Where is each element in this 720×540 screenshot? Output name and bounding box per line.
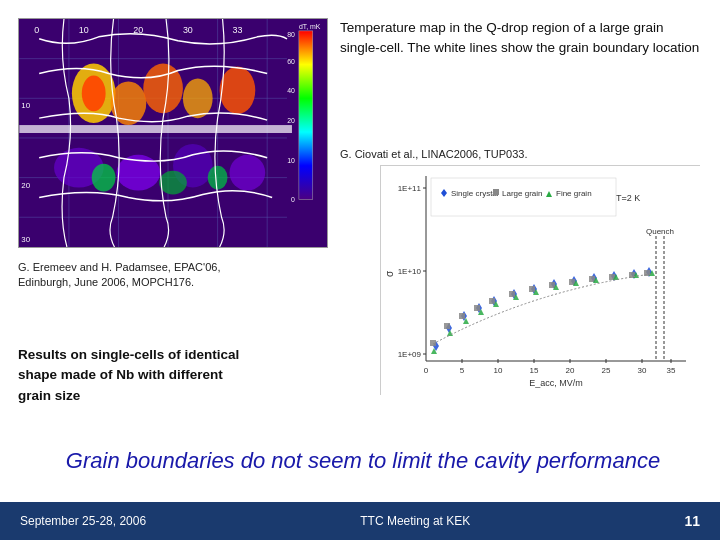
- svg-rect-33: [299, 31, 313, 200]
- svg-rect-81: [444, 323, 450, 329]
- svg-text:35: 35: [667, 366, 676, 375]
- svg-text:60: 60: [287, 58, 295, 65]
- svg-text:30: 30: [183, 25, 193, 35]
- svg-text:40: 40: [287, 87, 295, 94]
- svg-text:25: 25: [602, 366, 611, 375]
- svg-text:0: 0: [34, 25, 39, 35]
- svg-text:30: 30: [21, 235, 30, 244]
- svg-text:Single crystal: Single crystal: [451, 189, 499, 198]
- svg-point-12: [82, 76, 106, 112]
- svg-point-13: [111, 81, 147, 125]
- svg-text:Quench: Quench: [646, 227, 674, 236]
- citation1-line2: Edinburgh, June 2006, MOPCH176.: [18, 275, 220, 290]
- svg-point-15: [183, 78, 213, 118]
- svg-rect-82: [459, 313, 465, 319]
- svg-rect-113: [493, 189, 499, 195]
- footer-left: September 25-28, 2006: [20, 514, 146, 528]
- svg-text:20: 20: [133, 25, 143, 35]
- svg-text:σ: σ: [384, 270, 395, 277]
- svg-text:15: 15: [530, 366, 539, 375]
- citation1-line1: G. Eremeev and H. Padamsee, EPAC'06,: [18, 260, 220, 275]
- svg-text:80: 80: [287, 31, 295, 38]
- svg-text:20: 20: [566, 366, 575, 375]
- footer-page: 11: [684, 513, 700, 529]
- svg-text:Large grain: Large grain: [502, 189, 542, 198]
- svg-rect-80: [430, 340, 436, 346]
- svg-text:33: 33: [232, 25, 242, 35]
- description-content: Temperature map in the Q-drop region of …: [340, 20, 699, 55]
- svg-text:10: 10: [494, 366, 503, 375]
- citation2-text: G. Ciovati et al., LINAC2006, TUP033.: [340, 148, 528, 160]
- footer: September 25-28, 2006 TTC Meeting at KEK…: [0, 502, 720, 540]
- svg-rect-87: [549, 282, 555, 288]
- svg-point-16: [220, 67, 256, 115]
- svg-text:dT, mK: dT, mK: [299, 23, 321, 30]
- svg-text:1E+09: 1E+09: [398, 350, 422, 359]
- svg-rect-85: [509, 291, 515, 297]
- citation-2: G. Ciovati et al., LINAC2006, TUP033.: [340, 148, 528, 160]
- svg-text:5: 5: [460, 366, 465, 375]
- svg-text:Fine grain: Fine grain: [556, 189, 592, 198]
- svg-text:10: 10: [21, 101, 30, 110]
- svg-text:1E+11: 1E+11: [398, 184, 422, 193]
- svg-text:0: 0: [291, 196, 295, 203]
- footer-center: TTC Meeting at KEK: [360, 514, 470, 528]
- svg-text:10: 10: [287, 157, 295, 164]
- svg-text:30: 30: [638, 366, 647, 375]
- svg-text:E_acc, MV/m: E_acc, MV/m: [529, 378, 583, 388]
- temperature-map: 0 10 20 30 33 10 20 30: [18, 18, 328, 248]
- chart-area: 1E+11 1E+10 1E+09 0 5 10 15 20 25 30 35 …: [380, 165, 700, 395]
- svg-text:20: 20: [21, 181, 30, 190]
- svg-text:T=2 K: T=2 K: [616, 193, 640, 203]
- svg-text:10: 10: [79, 25, 89, 35]
- svg-point-20: [230, 155, 266, 191]
- citation-1: G. Eremeev and H. Padamsee, EPAC'06, Edi…: [18, 260, 220, 291]
- results-text: Results on single-cells of identical sha…: [18, 345, 363, 406]
- bottom-text-content: Grain boundaries do not seem to limit th…: [66, 448, 660, 473]
- description-text: Temperature map in the Q-drop region of …: [340, 18, 705, 59]
- results-line1: Results on single-cells of identical: [18, 345, 363, 365]
- svg-rect-84: [489, 298, 495, 304]
- svg-text:20: 20: [287, 117, 295, 124]
- results-line3: grain size: [18, 386, 363, 406]
- svg-text:1E+10: 1E+10: [398, 267, 422, 276]
- svg-rect-86: [529, 286, 535, 292]
- results-line2: shape made of Nb with different: [18, 365, 363, 385]
- svg-point-22: [159, 171, 187, 195]
- slide: 0 10 20 30 33 10 20 30: [0, 0, 720, 540]
- svg-point-21: [92, 164, 116, 192]
- svg-rect-83: [474, 305, 480, 311]
- svg-text:0: 0: [424, 366, 429, 375]
- svg-rect-24: [19, 125, 292, 133]
- svg-point-23: [208, 166, 228, 190]
- main-bottom-text: Grain boundaries do not seem to limit th…: [18, 448, 708, 474]
